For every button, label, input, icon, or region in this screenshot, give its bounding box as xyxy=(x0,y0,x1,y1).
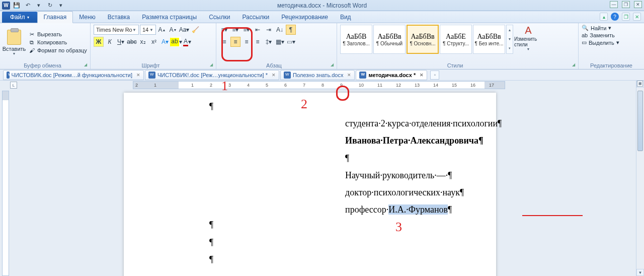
vertical-scrollbar[interactable]: ▲ ▼ xyxy=(636,81,644,276)
save-button[interactable]: 💾 xyxy=(12,1,21,10)
change-case-button[interactable]: Aa▾ xyxy=(179,25,189,35)
group-font: Times New Ro▼ 14▼ A▲ A▼ Aa▾ 🧹 Ж К Ч▾ abc… xyxy=(91,23,216,69)
workspace: L 211234567891011121314151617 ¶студента·… xyxy=(0,81,644,276)
font-launcher[interactable]: ◢ xyxy=(210,62,213,67)
numbering-button[interactable]: ≡▾ xyxy=(230,25,240,35)
tab-view[interactable]: Вид xyxy=(334,12,357,23)
qat-dropdown[interactable]: ▾ xyxy=(34,1,43,10)
paste-button[interactable]: Вставить ▼ xyxy=(3,25,25,60)
ribbon: Вставить ▼ ✂Вырезать ⧉Копировать 🖌Формат… xyxy=(0,23,644,70)
help-icon[interactable]: ? xyxy=(611,13,619,21)
multilevel-list-button[interactable]: ≡▾ xyxy=(242,25,252,35)
quick-access-toolbar: W 💾 ↶ ▾ ↻ ▾ xyxy=(0,1,65,10)
styles-gallery-more[interactable]: ▲▼▾ xyxy=(506,25,513,54)
close-icon[interactable]: ✕ xyxy=(136,73,140,78)
tab-menu[interactable]: Меню xyxy=(73,12,101,23)
close-icon[interactable]: ✕ xyxy=(272,73,276,78)
superscript-button[interactable]: x² xyxy=(149,37,159,47)
minimize-button[interactable]: — xyxy=(610,1,618,8)
font-size-combo[interactable]: 14▼ xyxy=(140,25,156,35)
sort-button[interactable]: A↓ xyxy=(275,25,285,35)
justify-button[interactable]: ≡ xyxy=(253,37,263,47)
qat-more[interactable]: ▾ xyxy=(56,1,65,10)
title-bar: W 💾 ↶ ▾ ↻ ▾ методичка.docx - Microsoft W… xyxy=(0,0,644,11)
undo-button[interactable]: ↶ xyxy=(23,1,32,10)
select-icon: ▭ xyxy=(582,39,587,46)
replace-button[interactable]: abЗаменить xyxy=(582,32,641,38)
font-color-button[interactable]: A▾ xyxy=(182,37,192,47)
ruler-toggle[interactable]: ▦ xyxy=(637,81,643,87)
redo-button[interactable]: ↻ xyxy=(45,1,54,10)
file-tab[interactable]: Файл ▾ xyxy=(2,12,37,23)
decrease-indent-button[interactable]: ⇤ xyxy=(253,25,263,35)
grow-font-button[interactable]: A▲ xyxy=(157,25,167,35)
paste-icon xyxy=(7,30,21,45)
close-button[interactable]: ✕ xyxy=(634,1,642,8)
scissors-icon: ✂ xyxy=(28,31,35,38)
scroll-thumb[interactable] xyxy=(637,91,643,151)
shrink-font-button[interactable]: A▼ xyxy=(168,25,178,35)
text-effects-button[interactable]: A▾ xyxy=(160,37,170,47)
tab-page-layout[interactable]: Разметка страницы xyxy=(136,12,203,23)
select-button[interactable]: ▭Выделить ▾ xyxy=(582,39,641,46)
style-structure[interactable]: АаБбЕ¶ Структу... xyxy=(440,25,472,54)
doc-tab[interactable]: ЧИСТОВИК!.doc [Реж…ункциональности] *✕ xyxy=(145,70,279,80)
minimize-ribbon-button[interactable]: ▴ xyxy=(600,13,608,21)
window-close-icon[interactable]: ✕ xyxy=(633,13,641,21)
italic-button[interactable]: К xyxy=(105,37,115,47)
restore-button[interactable]: ❐ xyxy=(622,1,630,8)
shading-button[interactable]: ▦▾ xyxy=(275,37,285,47)
find-button[interactable]: 🔍Найти ▾ xyxy=(582,25,641,31)
scroll-down-icon[interactable]: ▼ xyxy=(636,269,644,276)
borders-button[interactable]: ▭▾ xyxy=(286,37,296,47)
bold-button[interactable]: Ж xyxy=(94,37,104,47)
increase-indent-button[interactable]: ⇥ xyxy=(264,25,274,35)
clear-formatting-button[interactable]: 🧹 xyxy=(190,25,200,35)
tab-references[interactable]: Ссылки xyxy=(203,12,236,23)
styles-launcher[interactable]: ◢ xyxy=(572,62,575,67)
document-page[interactable]: ¶студента·2·курса·отделения·психологии¶И… xyxy=(124,93,496,276)
tab-selector[interactable]: L xyxy=(10,82,17,89)
close-icon[interactable]: ✕ xyxy=(347,73,351,78)
style-normal[interactable]: АаБбВв¶ Обычный xyxy=(373,25,406,54)
strikethrough-button[interactable]: abc xyxy=(127,37,137,47)
underline-button[interactable]: Ч▾ xyxy=(116,37,126,47)
highlight-button[interactable]: ab▾ xyxy=(171,37,181,47)
cut-button[interactable]: ✂Вырезать xyxy=(28,31,87,38)
close-icon[interactable]: ✕ xyxy=(420,73,424,78)
word-app-icon[interactable]: W xyxy=(2,2,10,10)
font-face-combo[interactable]: Times New Ro▼ xyxy=(94,25,139,35)
align-right-button[interactable]: ≡ xyxy=(242,37,252,47)
show-marks-button[interactable]: ¶ xyxy=(286,25,296,35)
bullets-button[interactable]: ≡▾ xyxy=(219,25,229,35)
align-center-button[interactable]: ≡ xyxy=(230,37,240,47)
tab-review[interactable]: Рецензирование xyxy=(275,12,334,23)
doc-tab-active[interactable]: методичка.docx *✕ xyxy=(356,70,427,80)
subscript-button[interactable]: x₂ xyxy=(138,37,148,47)
paragraph-launcher[interactable]: ◢ xyxy=(331,62,334,67)
new-doc-button[interactable]: ▫ xyxy=(430,71,439,80)
tab-home[interactable]: Главная xyxy=(37,11,73,23)
tab-mailings[interactable]: Рассылки xyxy=(236,12,275,23)
line-spacing-button[interactable]: ‡▾ xyxy=(264,37,274,47)
doc-tab[interactable]: Полезно знать.docx✕ xyxy=(280,70,355,80)
horizontal-ruler[interactable]: 211234567891011121314151617 xyxy=(133,81,505,89)
align-left-button[interactable]: ≡ xyxy=(219,37,229,47)
copy-button[interactable]: ⧉Копировать xyxy=(28,39,87,46)
clipboard-launcher[interactable]: ◢ xyxy=(84,62,87,67)
group-styles: АаБбВ¶ Заголов... АаБбВв¶ Обычный АаБбВв… xyxy=(337,23,579,69)
document-tabs: ЧИСТОВИК.doc [Режим…й функциональности]✕… xyxy=(0,70,644,81)
window-restore-icon[interactable]: ❐ xyxy=(622,13,630,21)
document-content[interactable]: ¶студента·2·курса·отделения·психологии¶И… xyxy=(209,98,466,268)
format-painter-button[interactable]: 🖌Формат по образцу xyxy=(28,47,87,54)
style-nospacing[interactable]: АаБбВв¶ Без инте... xyxy=(473,25,505,54)
style-heading[interactable]: АаБбВ¶ Заголов... xyxy=(340,25,372,54)
doc-tab[interactable]: ЧИСТОВИК.doc [Режим…й функциональности]✕ xyxy=(3,70,144,80)
style-main[interactable]: АаБбВв¶ Основн... xyxy=(407,25,439,54)
change-styles-button[interactable]: AИзменить стили▼ xyxy=(514,25,542,51)
vertical-ruler[interactable] xyxy=(2,91,9,276)
group-clipboard: Вставить ▼ ✂Вырезать ⧉Копировать 🖌Формат… xyxy=(0,23,91,69)
tab-insert[interactable]: Вставка xyxy=(102,12,136,23)
group-paragraph: ≡▾ ≡▾ ≡▾ ⇤ ⇥ A↓ ¶ ≡ ≡ ≡ ≡ ‡▾ ▦▾ ▭▾ Абзац… xyxy=(216,23,337,69)
doc-icon xyxy=(7,72,10,79)
